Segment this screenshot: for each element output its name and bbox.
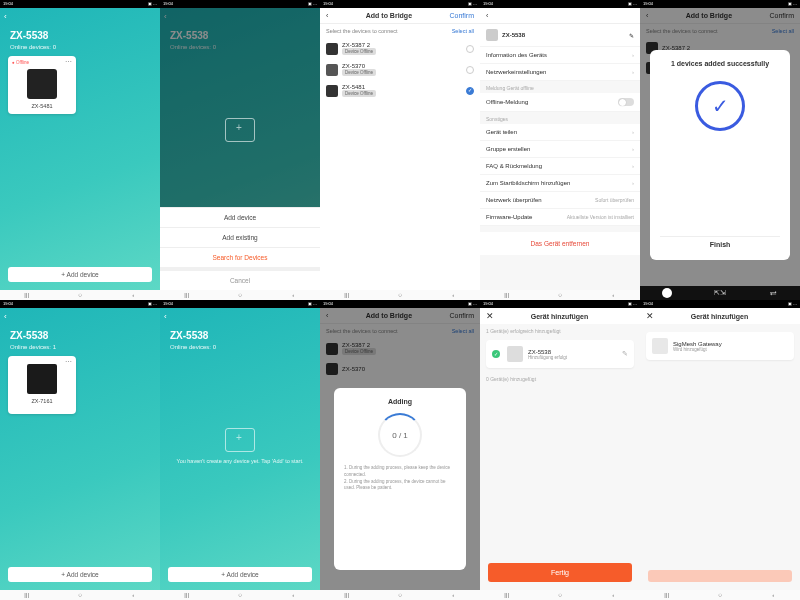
- screen-add-device-done: 19:04▣ … ✕ Gerät hinzufügen 1 Gerät(e) e…: [480, 300, 640, 600]
- confirm-button[interactable]: Confirm: [449, 12, 474, 19]
- sheet-search[interactable]: Search for Devices: [160, 247, 320, 267]
- row-netcheck[interactable]: Netzwerk überprüfenSofort überprüfen: [480, 192, 640, 209]
- device-row[interactable]: ZX-5370Device Offline: [320, 59, 480, 80]
- screen-success: 19:04▣ … ‹Add to BridgeConfirm Select th…: [640, 0, 800, 300]
- add-device-button[interactable]: + Add device: [168, 567, 312, 582]
- empty-box-icon: [225, 118, 255, 142]
- close-icon[interactable]: ✕: [646, 311, 654, 321]
- sheet-add-device[interactable]: Add device: [160, 207, 320, 227]
- select-header: Select the devices to connect Select all: [320, 24, 480, 38]
- section-label: Sonstiges: [480, 112, 640, 124]
- page-title: Gerät hinzufügen: [654, 313, 785, 320]
- empty-text: You haven't create any device yet. Tap '…: [160, 458, 320, 466]
- device-card[interactable]: ⋯ ZX-7161: [8, 356, 76, 414]
- success-message: 1 devices added successfully: [660, 60, 780, 67]
- done-button-disabled: [648, 570, 792, 582]
- check-icon: ✓: [492, 350, 500, 358]
- status-bar: 19:04▣ …: [0, 0, 160, 8]
- camera-icon: [326, 85, 338, 97]
- share-actions: ⇱⇲ ⮂: [640, 286, 800, 300]
- screen-home-empty: 19:04▣ … ‹ ZX-5538 Online devices: 0 You…: [160, 300, 320, 600]
- back-icon[interactable]: ‹: [164, 312, 167, 321]
- status-bar: 19:04▣ …: [480, 0, 640, 8]
- row-firmware[interactable]: Firmware-UpdateAktuellste Version ist in…: [480, 209, 640, 226]
- device-card[interactable]: ⋯ ● Offline ZX-5481: [8, 56, 76, 114]
- bridge-body: ‹ Add to Bridge Confirm Select the devic…: [320, 8, 480, 290]
- device-header-row[interactable]: ZX-5538 ✎: [480, 24, 640, 47]
- section-label: Meldung Gerät offline: [480, 81, 640, 93]
- valve-icon: [27, 364, 57, 394]
- radio-unchecked[interactable]: [466, 66, 474, 74]
- more-icon[interactable]: ⋯: [65, 358, 72, 366]
- crop-icon[interactable]: ⇱⇲: [715, 288, 725, 298]
- finish-button[interactable]: Finish: [660, 236, 780, 252]
- device-row[interactable]: ZX-5387 2Device Offline: [320, 38, 480, 59]
- radio-unchecked[interactable]: [466, 45, 474, 53]
- done-button[interactable]: Fertig: [488, 563, 632, 582]
- header: ✕ Gerät hinzufügen: [480, 308, 640, 324]
- row-device-info[interactable]: Information des Geräts›: [480, 47, 640, 64]
- add-device-button[interactable]: + Add device: [8, 567, 152, 582]
- row-group[interactable]: Gruppe erstellen›: [480, 141, 640, 158]
- android-nav[interactable]: |||○‹: [0, 290, 160, 300]
- toggle-off[interactable]: [618, 98, 634, 106]
- check-circle-icon: ✓: [695, 81, 745, 131]
- android-nav[interactable]: |||○‹: [480, 290, 640, 300]
- device-status: ● Offline: [12, 60, 72, 65]
- screen-home-online: 19:04▣ … ‹ ZX-5538 Online devices: 1 ⋯ Z…: [0, 300, 160, 600]
- screen-add-bridge: 19:04▣ … ‹ Add to Bridge Confirm Select …: [320, 0, 480, 300]
- status-bar: 19:04▣ …: [320, 0, 480, 8]
- screen-home-offline: 19:04▣ … ‹ ZX-5538 Online devices: 0 ⋯ ●…: [0, 0, 160, 300]
- edit-icon[interactable]: ✎: [629, 32, 634, 39]
- device-thumb-icon: [27, 69, 57, 99]
- success-card: 1 devices added successfully ✓ Finish: [650, 50, 790, 260]
- screen-action-sheet: 19:04▣ … ‹ ZX-5538 Online devices: 0 Add…: [160, 0, 320, 300]
- sheet-cancel[interactable]: Cancel: [160, 267, 320, 290]
- sheet-add-existing[interactable]: Add existing: [160, 227, 320, 247]
- row-offline-msg[interactable]: Offline-Meldung: [480, 93, 640, 112]
- adding-card: Adding 0 / 1 1. During the adding proces…: [334, 388, 466, 570]
- gateway-icon: [507, 346, 523, 362]
- screen-device-settings: 19:04▣ … ‹ ZX-5538 ✎ Information des Ger…: [480, 0, 640, 300]
- bridge-body-dim: ‹Add to BridgeConfirm Select the devices…: [640, 8, 800, 300]
- watch-icon: [326, 43, 338, 55]
- remove-device-button[interactable]: Das Gerät entfernen: [480, 232, 640, 255]
- header: ✕ Gerät hinzufügen: [640, 308, 800, 324]
- device-icon: [326, 64, 338, 76]
- device-row[interactable]: ZX-5481Device Offline: [320, 80, 480, 101]
- row-faq[interactable]: FAQ & Rückmeldung›: [480, 158, 640, 175]
- row-homescreen[interactable]: Zum Startbildschirm hinzufügen›: [480, 175, 640, 192]
- add-device-button[interactable]: + Add device: [8, 267, 152, 282]
- section-label: 0 Gerät(e) hinzugefügt: [480, 372, 640, 384]
- empty-box-icon: [225, 428, 255, 452]
- capture-icon[interactable]: [662, 288, 672, 298]
- header: ‹ Add to Bridge Confirm: [320, 8, 480, 24]
- back-icon[interactable]: ‹: [486, 12, 488, 19]
- gateway-item[interactable]: SigMesh GatewayWird hinzugefügt: [646, 332, 794, 360]
- android-nav[interactable]: |||○‹: [320, 290, 480, 300]
- close-icon[interactable]: ✕: [486, 311, 494, 321]
- gateway-icon: [486, 29, 498, 41]
- back-icon[interactable]: ‹: [4, 12, 7, 21]
- share-icon[interactable]: ⮂: [768, 288, 778, 298]
- back-icon[interactable]: ‹: [4, 312, 7, 321]
- page-title: Gerät hinzufügen: [494, 313, 625, 320]
- device-name: ZX-5481: [12, 103, 72, 109]
- select-all-button[interactable]: Select all: [452, 28, 474, 34]
- settings-body: ‹ ZX-5538 ✎ Information des Geräts› Netz…: [480, 8, 640, 290]
- screen-adding: 19:04▣ … ‹Add to BridgeConfirm Select th…: [320, 300, 480, 600]
- home-body: ‹ ZX-5538 Online devices: 0 Add device A…: [160, 8, 320, 290]
- edit-icon[interactable]: ✎: [622, 350, 628, 358]
- home-body: ‹ ZX-5538 Online devices: 0 ⋯ ● Offline …: [0, 8, 160, 290]
- screen-add-gateway: 19:04▣ … ✕ Gerät hinzufügen SigMesh Gate…: [640, 300, 800, 600]
- page-title: Add to Bridge: [328, 12, 449, 19]
- android-nav[interactable]: |||○‹: [160, 290, 320, 300]
- radio-checked[interactable]: [466, 87, 474, 95]
- online-count: Online devices: 0: [10, 44, 56, 50]
- added-device-item[interactable]: ✓ ZX-5538Hinzufügung erfolgt ✎: [486, 340, 634, 368]
- hub-title: ZX-5538: [10, 30, 48, 41]
- more-icon[interactable]: ⋯: [65, 58, 72, 66]
- adding-tips: 1. During the adding process, please kee…: [344, 465, 456, 492]
- row-share[interactable]: Gerät teilen›: [480, 124, 640, 141]
- row-network-settings[interactable]: Netzwerkeinstellungen›: [480, 64, 640, 81]
